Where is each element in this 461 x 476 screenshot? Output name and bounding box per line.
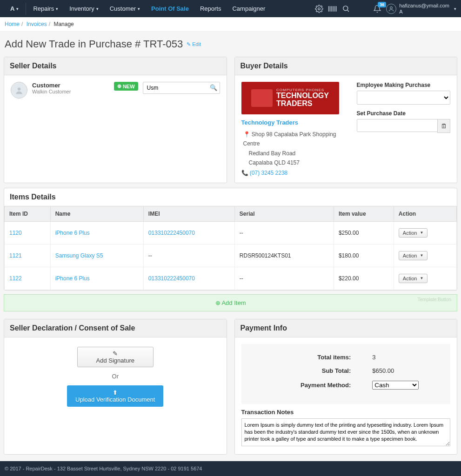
edit-link[interactable]: ✎ Edit <box>187 41 201 47</box>
cell-name[interactable]: iPhone 6 Plus <box>50 267 143 290</box>
nav-repairs[interactable]: Repairs▾ <box>27 0 64 17</box>
page-title: Add New Trade in Purchase # TRT-053 ✎ Ed… <box>0 32 461 57</box>
top-navigation: A▾ Repairs▾Inventory▾Customer▾Point Of S… <box>0 0 461 17</box>
payment-header: Payment Info <box>235 319 457 337</box>
store-phone-link[interactable]: 📞 (07) 3245 2238 <box>241 170 348 176</box>
notification-badge: 36 <box>378 2 386 7</box>
svg-point-9 <box>390 7 393 9</box>
employee-label: Employee Making Purchase <box>357 82 451 88</box>
total-items-label: Total items: <box>248 350 356 364</box>
user-menu[interactable]: hafizanus@ymail.comA ▾ <box>386 3 456 14</box>
store-address-2: Redland Bay Road <box>249 149 348 158</box>
cell-serial: -- <box>234 221 334 244</box>
svg-rect-4 <box>332 6 333 12</box>
subtotal-value: $650.00 <box>355 364 444 377</box>
items-table: Item IDNameIMEISerialItem valueAction 11… <box>4 206 457 290</box>
customer-type: Walkin Customer <box>32 89 109 94</box>
table-row: 1120iPhone 6 Plus013310222450070--$250.0… <box>5 221 457 244</box>
nav-campaigner[interactable]: Campaigner <box>227 0 271 17</box>
payment-panel: Payment Info Total items:3 Sub Total:$65… <box>234 319 458 455</box>
nav-customer[interactable]: Customer▾ <box>104 0 146 17</box>
nav-reports[interactable]: Reports <box>194 0 227 17</box>
chevron-down-icon: ▾ <box>454 7 456 11</box>
breadcrumb: Home/ Invoices/ Manage <box>0 17 461 32</box>
cell-value: $220.00 <box>334 267 394 290</box>
nav-point-of-sale[interactable]: Point Of Sale <box>146 0 194 17</box>
add-item-button[interactable]: ⊕ Add Item Template:Button <box>4 294 457 311</box>
method-label: Payment Method: <box>248 377 356 393</box>
row-action-button[interactable]: Action ▼ <box>399 228 428 238</box>
payment-method-select[interactable]: Cash <box>372 381 419 390</box>
notifications-icon[interactable]: 36 <box>373 5 381 13</box>
row-action-button[interactable]: Action ▼ <box>399 274 428 283</box>
customer-avatar-icon <box>11 82 27 99</box>
items-header: Items Details <box>4 188 457 206</box>
col-header: Item ID <box>5 206 51 221</box>
employee-select[interactable] <box>357 91 451 105</box>
template-hint: Template:Button <box>418 297 451 302</box>
cell-id[interactable]: 1122 <box>5 267 51 290</box>
buyer-panel: Buyer Details COMPUTERS PHONESTECHNOLOGY… <box>234 57 458 183</box>
cell-name[interactable]: Samsung Glaxy S5 <box>50 244 143 267</box>
total-items-value: 3 <box>355 350 444 364</box>
seller-header: Seller Details <box>4 57 227 75</box>
svg-point-10 <box>18 87 21 91</box>
svg-rect-7 <box>336 6 337 12</box>
svg-rect-3 <box>331 6 332 12</box>
declaration-panel: Seller Declaration / Consent of Sale ✎Ad… <box>4 319 227 455</box>
col-header: Serial <box>234 206 334 221</box>
barcode-icon[interactable] <box>328 5 337 13</box>
nav-inventory[interactable]: Inventory▾ <box>64 0 104 17</box>
search-icon[interactable] <box>342 5 350 13</box>
svg-rect-2 <box>330 6 330 12</box>
col-header: Item value <box>334 206 394 221</box>
breadcrumb-current: Manage <box>53 21 73 27</box>
store-address-1: Shop 98 Capalaba Park Shopping Centre <box>243 131 336 147</box>
svg-rect-6 <box>334 6 335 12</box>
purchase-date-input[interactable] <box>357 119 451 132</box>
upload-document-button[interactable]: ⬆Upload Verification Document <box>67 385 163 407</box>
table-row: 1122iPhone 6 Plus013310222450070--$220.0… <box>5 267 457 290</box>
cell-imei[interactable]: 013310222450070 <box>143 267 234 290</box>
customer-name: Customer <box>32 82 109 89</box>
breadcrumb-home[interactable]: Home <box>5 21 20 27</box>
transaction-notes-input[interactable] <box>241 418 451 446</box>
subtotal-label: Sub Total: <box>248 364 356 377</box>
svg-point-8 <box>343 6 348 11</box>
col-header: IMEI <box>143 206 234 221</box>
cell-id[interactable]: 1120 <box>5 221 51 244</box>
declaration-header: Seller Declaration / Consent of Sale <box>4 319 227 337</box>
user-avatar-icon <box>386 4 396 14</box>
cell-serial: RDSR500124KTS01 <box>234 244 334 267</box>
store-address-3: Capalaba QLD 4157 <box>249 158 348 167</box>
date-label: Set Purchase Date <box>357 110 451 117</box>
cell-imei[interactable]: 013310222450070 <box>143 221 234 244</box>
cell-name[interactable]: iPhone 6 Plus <box>50 221 143 244</box>
store-logo: COMPUTERS PHONESTECHNOLOGYTRADERS <box>241 82 339 114</box>
customer-search-input[interactable] <box>143 82 220 94</box>
svg-rect-5 <box>334 6 334 12</box>
cell-id[interactable]: 1121 <box>5 244 51 267</box>
brand-selector[interactable]: A▾ <box>5 0 24 17</box>
settings-icon[interactable] <box>315 5 323 13</box>
calendar-icon[interactable]: 🗓 <box>437 119 450 133</box>
col-header: Name <box>50 206 143 221</box>
svg-point-0 <box>318 7 321 10</box>
or-text: Or <box>13 373 217 380</box>
seller-panel: Seller Details Customer Walkin Customer … <box>4 57 227 183</box>
row-action-button[interactable]: Action ▼ <box>399 251 428 260</box>
cell-value: $250.00 <box>334 221 394 244</box>
search-icon: 🔍 <box>210 84 217 91</box>
notes-label: Transaction Notes <box>241 409 451 416</box>
breadcrumb-invoices[interactable]: Invoices <box>27 21 47 27</box>
new-customer-button[interactable]: ⊕ NEW <box>114 82 138 91</box>
cell-imei: -- <box>143 244 234 267</box>
store-name-link[interactable]: Technology Traders <box>241 119 348 126</box>
buyer-header: Buyer Details <box>235 57 457 75</box>
add-signature-button[interactable]: ✎Add Signature <box>77 347 154 367</box>
chevron-down-icon: ▾ <box>16 7 19 11</box>
svg-rect-1 <box>328 6 329 12</box>
items-panel: Items Details Item IDNameIMEISerialItem … <box>4 188 457 291</box>
table-row: 1121Samsung Glaxy S5--RDSR500124KTS01$18… <box>5 244 457 267</box>
page-footer: © 2017 - RepairDesk - 132 Basset Street … <box>0 461 461 476</box>
